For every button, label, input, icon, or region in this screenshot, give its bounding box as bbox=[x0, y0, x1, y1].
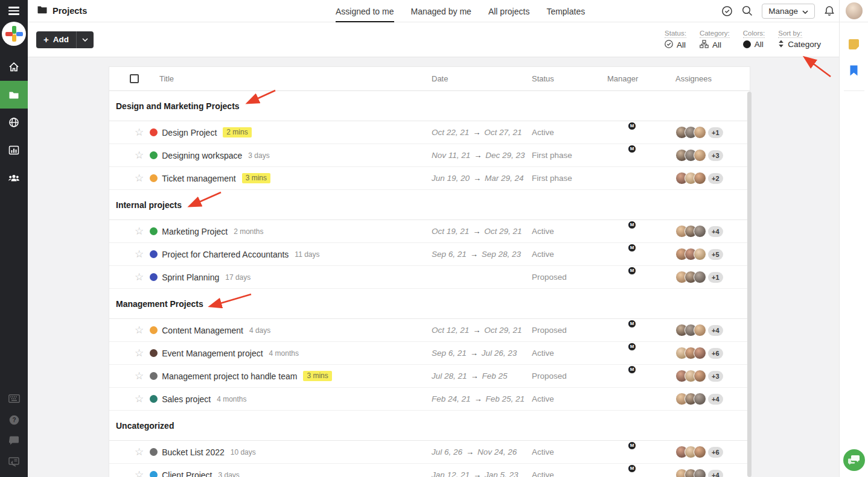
manager-avatar: M bbox=[616, 148, 632, 163]
star-icon[interactable]: ☆ bbox=[135, 371, 144, 381]
notifications-bell-icon[interactable] bbox=[824, 5, 835, 17]
assignees-overflow-count[interactable]: +3 bbox=[708, 371, 723, 382]
duration-label: 10 days bbox=[231, 448, 256, 456]
project-color-dot bbox=[150, 151, 158, 159]
manager-badge: M bbox=[628, 267, 636, 275]
app-window: ? Projects Assigned to me Managed by me … bbox=[0, 0, 868, 477]
star-icon[interactable]: ☆ bbox=[135, 173, 144, 183]
tab-managed-by-me[interactable]: Managed by me bbox=[411, 0, 471, 22]
add-dropdown-caret[interactable] bbox=[76, 31, 94, 48]
project-title[interactable]: Event Management project bbox=[162, 349, 263, 358]
project-row[interactable]: ☆Marketing Project2 monthsOct 19, 21→Oct… bbox=[109, 220, 750, 243]
project-title[interactable]: Sales project bbox=[162, 394, 211, 404]
sidebar-item-global[interactable] bbox=[0, 109, 28, 136]
date-end: Jan 5, 23 bbox=[485, 470, 519, 477]
assignees-overflow-count[interactable]: +1 bbox=[708, 127, 723, 138]
project-title[interactable]: Bucket List 2022 bbox=[162, 447, 225, 457]
manage-dropdown[interactable]: Manage bbox=[762, 4, 815, 19]
svg-text:?: ? bbox=[12, 417, 16, 423]
category-group-header: Management Projects bbox=[109, 289, 750, 319]
chat-icon[interactable] bbox=[0, 434, 28, 447]
sidebar-item-home[interactable] bbox=[0, 53, 28, 81]
timer-icon[interactable] bbox=[721, 5, 733, 17]
date-end: Jul 26, 23 bbox=[482, 349, 517, 358]
project-title[interactable]: Sprint Planning bbox=[162, 273, 219, 282]
help-icon[interactable]: ? bbox=[0, 413, 28, 426]
filter-sort-by[interactable]: Sort by: Category bbox=[778, 30, 821, 50]
project-row[interactable]: ☆Bucket List 202210 daysJul 6, 26→Nov 24… bbox=[109, 441, 750, 464]
project-title[interactable]: Management project to handle team bbox=[162, 371, 297, 381]
tab-templates[interactable]: Templates bbox=[546, 0, 585, 22]
project-title-cell: ☆Ticket management3 mins bbox=[109, 173, 432, 183]
project-color-dot bbox=[150, 326, 158, 334]
project-row[interactable]: ☆Event Management project4 monthsSep 6, … bbox=[109, 342, 750, 365]
hamburger-menu-icon[interactable] bbox=[8, 7, 19, 15]
sidebar-item-projects[interactable] bbox=[0, 81, 28, 109]
filter-colors-value: All bbox=[755, 40, 764, 49]
project-row[interactable]: ☆Sprint Planning17 daysProposedM+1 bbox=[109, 266, 750, 289]
assignees-overflow-count[interactable]: +3 bbox=[708, 150, 723, 161]
assignees-overflow-count[interactable]: +5 bbox=[708, 249, 723, 260]
assignees-overflow-count[interactable]: +1 bbox=[708, 272, 723, 283]
proofhub-logo[interactable] bbox=[2, 22, 26, 46]
filter-category[interactable]: Category: All bbox=[700, 30, 730, 50]
project-title[interactable]: Design Project bbox=[162, 128, 217, 137]
manager-avatar: M bbox=[616, 323, 632, 338]
project-title[interactable]: Client Project bbox=[162, 470, 212, 477]
black-dot-icon bbox=[743, 40, 751, 48]
project-row[interactable]: ☆Design Project2 minsOct 22, 21→Oct 27, … bbox=[109, 121, 750, 144]
project-title[interactable]: Ticket management bbox=[162, 174, 235, 183]
left-sidebar: ? bbox=[0, 0, 28, 477]
keyboard-shortcuts-icon[interactable] bbox=[0, 392, 28, 405]
project-title[interactable]: Content Management bbox=[162, 326, 243, 335]
add-button[interactable]: + Add bbox=[36, 31, 76, 48]
select-all-checkbox[interactable] bbox=[130, 74, 139, 83]
project-title[interactable]: Project for Chartered Accountants bbox=[162, 250, 289, 259]
star-icon[interactable]: ☆ bbox=[135, 272, 144, 282]
assignees-overflow-count[interactable]: +2 bbox=[708, 173, 723, 184]
project-row[interactable]: ☆Client Project3 daysJan 12, 21→Jan 5, 2… bbox=[109, 464, 750, 477]
star-icon[interactable]: ☆ bbox=[135, 394, 144, 404]
assignees-overflow-count[interactable]: +4 bbox=[708, 226, 723, 237]
project-title[interactable]: Designing workspace bbox=[162, 151, 242, 160]
live-chat-button[interactable] bbox=[843, 449, 865, 471]
assignees-overflow-count[interactable]: +4 bbox=[708, 470, 723, 477]
sticky-note-icon[interactable] bbox=[849, 39, 859, 49]
filter-colors[interactable]: Colors: All bbox=[743, 30, 765, 50]
project-color-dot bbox=[150, 227, 158, 235]
sidebar-item-reports[interactable] bbox=[0, 136, 28, 164]
announcements-icon[interactable] bbox=[0, 455, 28, 469]
project-row[interactable]: ☆Management project to handle team3 mins… bbox=[109, 365, 750, 388]
assignees-overflow-count[interactable]: +6 bbox=[708, 447, 723, 458]
project-row[interactable]: ☆Content Management4 daysOct 12, 21→Oct … bbox=[109, 319, 750, 342]
star-icon[interactable]: ☆ bbox=[135, 127, 144, 137]
filter-status[interactable]: Status: All bbox=[665, 30, 686, 50]
date-start: Sep 6, 21 bbox=[432, 250, 467, 259]
sidebar-item-people[interactable] bbox=[0, 164, 28, 192]
star-icon[interactable]: ☆ bbox=[135, 470, 144, 477]
project-title[interactable]: Marketing Project bbox=[162, 227, 228, 236]
project-row[interactable]: ☆Ticket management3 minsJun 19, 20→Mar 2… bbox=[109, 167, 750, 190]
project-title-cell: ☆Event Management project4 months bbox=[109, 348, 432, 358]
project-row[interactable]: ☆Sales project4 monthsFeb 24, 21→Feb 25,… bbox=[109, 388, 750, 411]
project-row[interactable]: ☆Designing workspace3 daysNov 11, 21→Dec… bbox=[109, 144, 750, 167]
project-row[interactable]: ☆Project for Chartered Accountants11 day… bbox=[109, 243, 750, 266]
duration-label: 3 days bbox=[219, 471, 240, 477]
project-title-cell: ☆Bucket List 202210 days bbox=[109, 447, 432, 457]
assignees-overflow-count[interactable]: +4 bbox=[708, 325, 723, 336]
tab-assigned-to-me[interactable]: Assigned to me bbox=[336, 0, 394, 22]
star-icon[interactable]: ☆ bbox=[135, 447, 144, 457]
assignees-overflow-count[interactable]: +6 bbox=[708, 348, 723, 359]
user-avatar[interactable] bbox=[846, 2, 863, 19]
project-assignees: +4 bbox=[675, 393, 750, 405]
table-scrollbar[interactable] bbox=[747, 92, 752, 477]
star-icon[interactable]: ☆ bbox=[135, 226, 144, 236]
star-icon[interactable]: ☆ bbox=[135, 325, 144, 335]
tab-all-projects[interactable]: All projects bbox=[488, 0, 529, 22]
star-icon[interactable]: ☆ bbox=[135, 249, 144, 259]
star-icon[interactable]: ☆ bbox=[135, 348, 144, 358]
star-icon[interactable]: ☆ bbox=[135, 150, 144, 160]
search-icon[interactable] bbox=[742, 5, 753, 16]
assignees-overflow-count[interactable]: +4 bbox=[708, 394, 723, 405]
bookmark-icon[interactable] bbox=[849, 65, 858, 78]
